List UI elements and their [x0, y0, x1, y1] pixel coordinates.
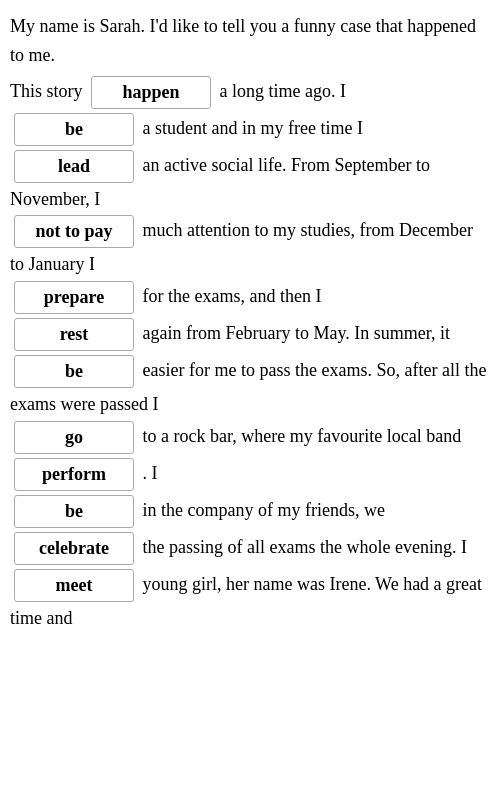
text-company: in the company of my friends, we [143, 500, 385, 520]
story-paragraph: This story happen a long time ago. I be … [10, 74, 490, 633]
text-for-exams: for the exams, and then I [143, 286, 322, 306]
blank-be3[interactable]: be [14, 495, 134, 528]
blank-not-to-pay[interactable]: not to pay [14, 215, 134, 248]
text-period: . I [143, 463, 158, 483]
text-a-long-time: a long time ago. I [220, 80, 346, 100]
text-student: a student and in my free time I [143, 117, 363, 137]
text-this-story: This story [10, 80, 87, 100]
intro-text: My name is Sarah. I'd like to tell you a… [10, 16, 476, 65]
blank-rest[interactable]: rest [14, 318, 134, 351]
text-passing: the passing of all exams the whole eveni… [143, 537, 467, 557]
blank-happen[interactable]: happen [91, 76, 211, 109]
blank-celebrate[interactable]: celebrate [14, 532, 134, 565]
blank-be1[interactable]: be [14, 113, 134, 146]
blank-be2[interactable]: be [14, 355, 134, 388]
main-content: My name is Sarah. I'd like to tell you a… [10, 12, 490, 633]
blank-meet[interactable]: meet [14, 569, 134, 602]
text-again: again from February to May. In summer, i… [143, 323, 451, 343]
blank-go[interactable]: go [14, 421, 134, 454]
text-rock-bar: to a rock bar, where my favourite local … [143, 426, 462, 446]
blank-perform[interactable]: perform [14, 458, 134, 491]
blank-prepare[interactable]: prepare [14, 281, 134, 314]
intro-paragraph: My name is Sarah. I'd like to tell you a… [10, 12, 490, 70]
blank-lead[interactable]: lead [14, 150, 134, 183]
